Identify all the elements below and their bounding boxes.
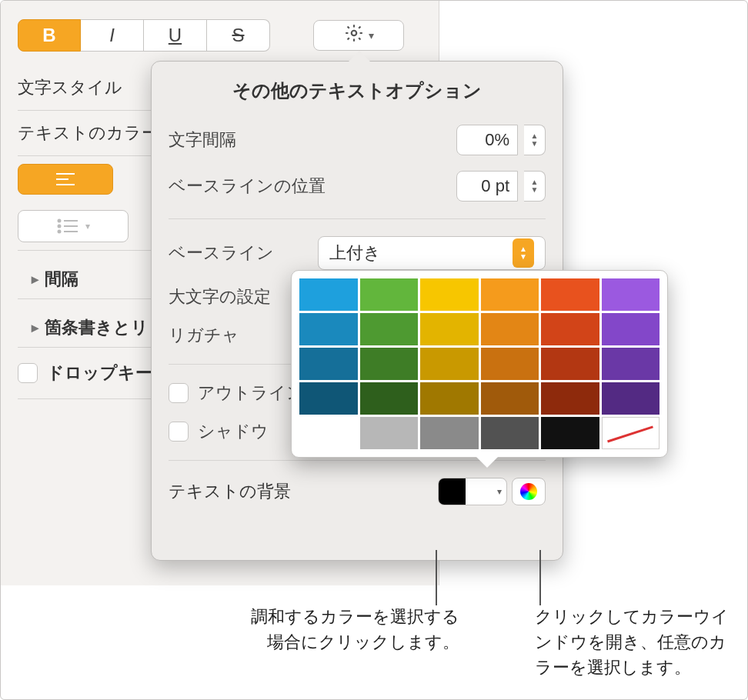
outline-label: アウトライン [198,382,304,405]
color-swatch[interactable] [541,348,599,380]
color-swatch[interactable] [541,382,599,415]
svg-point-8 [58,231,61,233]
color-swatch[interactable] [299,348,358,380]
baseline-offset-stepper[interactable]: 0 pt ▲▼ [456,171,546,202]
outline-checkbox[interactable] [169,383,189,403]
svg-point-0 [351,31,356,36]
baseline-offset-row: ベースラインの位置 0 pt ▲▼ [152,163,563,209]
color-swatch[interactable] [360,278,419,311]
color-swatch[interactable] [541,313,599,345]
capitalization-label: 大文字の設定 [169,285,271,308]
background-color-swatch[interactable]: ▾ [438,478,507,505]
color-swatch[interactable] [602,278,660,311]
baseline-dropdown[interactable]: 上付き ▲▼ [318,236,546,270]
chevron-down-icon: ▾ [369,29,374,42]
color-swatch[interactable] [420,417,479,449]
shadow-label: シャドウ [198,420,269,443]
color-grid [299,278,660,449]
dropcap-checkbox[interactable] [18,363,38,383]
chevron-down-icon: ▾ [492,486,506,497]
dropdown-knob-icon: ▲▼ [513,238,534,268]
underline-button[interactable]: U [144,19,207,52]
callout-line [539,550,541,605]
char-spacing-row: 文字間隔 0% ▲▼ [152,117,563,163]
list-style-button[interactable]: ▾ [18,210,129,242]
callout-left: 調和するカラーを選択する場合にクリックします。 [244,604,459,655]
svg-point-6 [58,225,61,228]
baseline-value: 上付き [329,242,381,265]
color-swatch[interactable] [602,313,660,345]
baseline-offset-label: ベースラインの位置 [169,175,326,198]
chevron-right-icon [32,271,38,288]
color-wheel-icon [520,483,537,500]
color-swatch[interactable] [602,348,660,380]
baseline-label: ベースライン [169,242,274,265]
text-background-label: テキストの背景 [169,480,291,503]
color-swatch[interactable] [420,313,479,345]
stepper-arrows-icon[interactable]: ▲▼ [524,171,546,202]
color-swatch[interactable] [299,417,358,449]
strike-button[interactable]: S [207,19,270,52]
color-swatch[interactable] [481,313,539,345]
dropcap-label: ドロップキー [47,362,152,385]
chevron-down-icon: ▾ [85,221,90,232]
callout-line [436,550,437,605]
color-swatch[interactable] [481,417,539,449]
bold-button[interactable]: B [18,19,81,52]
color-swatch[interactable] [541,278,599,311]
stepper-arrows-icon[interactable]: ▲▼ [524,125,546,155]
color-swatch[interactable] [299,382,358,415]
color-swatch[interactable] [360,382,419,415]
more-options-button[interactable]: ▾ [313,20,404,51]
popover-title: その他のテキストオプション [152,78,563,117]
swatch-black [439,478,466,505]
char-spacing-label: 文字間隔 [169,128,236,152]
color-swatch[interactable] [299,278,358,311]
color-swatch[interactable] [360,348,419,380]
char-spacing-value[interactable]: 0% [456,125,518,155]
color-swatch[interactable] [360,313,419,345]
color-palette-popover [291,270,668,458]
color-swatch[interactable] [420,382,479,415]
no-color-swatch[interactable] [602,417,660,449]
color-swatch[interactable] [481,382,539,415]
color-swatch[interactable] [299,313,358,345]
svg-point-4 [58,220,61,222]
color-swatch[interactable] [481,278,539,311]
align-left-button[interactable] [18,164,113,195]
char-spacing-stepper[interactable]: 0% ▲▼ [456,125,546,155]
italic-button[interactable]: I [81,19,144,52]
color-swatch[interactable] [481,348,539,380]
baseline-offset-value[interactable]: 0 pt [456,171,518,202]
divider [169,218,546,219]
swatch-white [466,478,493,505]
color-swatch[interactable] [602,382,660,415]
gear-icon [344,23,364,48]
color-swatch[interactable] [420,278,479,311]
ligature-label: リガチャ [169,324,239,347]
text-style-row: B I U S ▾ [1,19,439,65]
color-swatch[interactable] [360,417,419,449]
color-swatch[interactable] [541,417,599,449]
text-background-row: テキストの背景 ▾ [152,470,563,513]
shadow-checkbox[interactable] [169,422,189,442]
style-segmented: B I U S [18,19,270,52]
color-swatch[interactable] [420,348,479,380]
color-picker-button[interactable] [512,478,546,505]
callout-right: クリックしてカラーウインドウを開き、任意のカラーを選択します。 [535,604,743,680]
chevron-right-icon [32,319,38,336]
